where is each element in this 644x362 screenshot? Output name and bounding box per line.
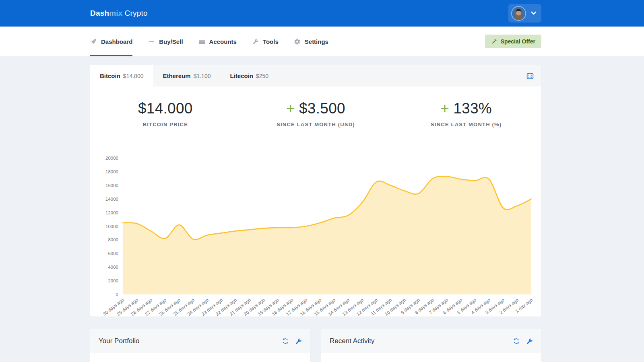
svg-text:14000: 14000 (105, 197, 118, 202)
stat-change-usd: +$3.500 SINCE LAST MONTH (USD) (241, 100, 391, 128)
wrench-icon (526, 338, 533, 345)
refresh-icon (282, 337, 289, 345)
stat-label: SINCE LAST MONTH (USD) (241, 121, 391, 128)
tab-bitcoin[interactable]: Bitcoin $14.000 (90, 65, 153, 86)
panel-body (321, 353, 541, 362)
special-offer-button[interactable]: Special Offer (485, 35, 541, 48)
tab-litecoin[interactable]: Litecoin $250 (220, 65, 278, 86)
svg-text:10000: 10000 (105, 224, 118, 229)
gear-icon (294, 38, 301, 45)
panel-tools (513, 337, 533, 345)
wrench-button[interactable] (526, 338, 533, 345)
stat-sign: + (440, 100, 449, 117)
chart-area: 0200040006000800010000120001400016000180… (90, 144, 541, 317)
svg-text:18000: 18000 (105, 169, 118, 174)
chevron-down-icon (531, 11, 537, 15)
panel-header: Recent Activity (321, 329, 541, 353)
brand-logo[interactable]: DashmixCrypto (90, 9, 148, 18)
tab-price: $14.000 (123, 73, 144, 79)
panel-body (90, 353, 310, 362)
crypto-card: Bitcoin $14.000 Ethereum $1.100 Litecoin… (90, 65, 541, 317)
stats-row: $14.000 BITCOIN PRICE +$3.500 SINCE LAST… (90, 86, 541, 144)
wrench-button[interactable] (295, 338, 302, 345)
calendar-button[interactable] (526, 72, 534, 80)
refresh-button[interactable] (282, 337, 289, 345)
panel-title: Your Portfolio (99, 337, 139, 345)
coin-tabs: Bitcoin $14.000 Ethereum $1.100 Litecoin… (90, 65, 541, 86)
rocket-icon (90, 38, 97, 45)
main-nav: Dashboard Buy/Sell Accounts Tools (0, 27, 644, 56)
bitcoin-price-chart: 0200040006000800010000120001400016000180… (90, 144, 541, 317)
panel-title: Recent Activity (330, 337, 375, 345)
app-header: DashmixCrypto (0, 0, 644, 27)
avatar (511, 6, 526, 21)
svg-text:12000: 12000 (105, 210, 118, 215)
stat-number: $14.000 (138, 100, 193, 117)
nav-items: Dashboard Buy/Sell Accounts Tools (90, 27, 328, 56)
nav-label: Buy/Sell (159, 38, 183, 45)
stat-label: SINCE LAST MONTH (%) (391, 121, 541, 128)
nav-item-tools[interactable]: Tools (252, 27, 279, 56)
avatar-image (512, 7, 525, 20)
stat-label: BITCOIN PRICE (90, 121, 241, 128)
tab-ethereum[interactable]: Ethereum $1.100 (153, 65, 220, 86)
stat-number: $3.500 (299, 100, 345, 117)
tab-name: Ethereum (163, 72, 190, 79)
stat-value: +$3.500 (241, 100, 391, 117)
svg-text:2000: 2000 (108, 278, 118, 283)
stat-value: $14.000 (90, 100, 241, 117)
brand-muted: mix (109, 9, 122, 17)
svg-text:8000: 8000 (108, 237, 118, 242)
stat-sign: + (286, 100, 295, 117)
panel-tools (282, 337, 302, 345)
activity-panel: Recent Activity (321, 329, 541, 362)
tab-price: $1.100 (194, 73, 211, 79)
wrench-icon (252, 38, 259, 45)
svg-text:4000: 4000 (108, 265, 118, 269)
stat-bitcoin-price: $14.000 BITCOIN PRICE (90, 100, 241, 128)
refresh-button[interactable] (513, 337, 520, 345)
magic-wand-icon (491, 39, 497, 45)
exchange-arrows-icon (148, 38, 155, 45)
stat-value: +133% (391, 100, 541, 117)
nav-label: Settings (305, 38, 328, 45)
nav-item-dashboard[interactable]: Dashboard (90, 27, 132, 56)
nav-item-buy-sell[interactable]: Buy/Sell (148, 27, 183, 56)
svg-text:0: 0 (116, 292, 118, 297)
portfolio-panel: Your Portfolio (90, 329, 310, 362)
calendar-icon (526, 72, 534, 80)
stat-number: 133% (453, 100, 492, 117)
refresh-icon (513, 337, 520, 345)
svg-text:20000: 20000 (105, 156, 118, 160)
tab-price: $250 (256, 73, 268, 79)
brand-rest: Crypto (125, 9, 148, 17)
wallet-icon (198, 38, 205, 45)
tab-name: Litecoin (230, 72, 253, 79)
wrench-icon (295, 338, 302, 345)
svg-text:6000: 6000 (108, 251, 118, 256)
bottom-panels: Your Portfolio (90, 329, 541, 362)
main-content: Bitcoin $14.000 Ethereum $1.100 Litecoin… (90, 65, 541, 362)
panel-header: Your Portfolio (90, 329, 310, 353)
special-offer-label: Special Offer (501, 38, 535, 45)
nav-item-accounts[interactable]: Accounts (198, 27, 237, 56)
nav-label: Accounts (209, 38, 237, 45)
user-menu-button[interactable] (508, 4, 541, 23)
nav-label: Dashboard (101, 38, 132, 45)
svg-text:16000: 16000 (105, 183, 118, 188)
brand-bold: Dash (90, 9, 109, 17)
nav-item-settings[interactable]: Settings (294, 27, 328, 56)
nav-label: Tools (263, 38, 279, 45)
stat-change-percent: +133% SINCE LAST MONTH (%) (391, 100, 541, 128)
tab-name: Bitcoin (100, 72, 120, 79)
